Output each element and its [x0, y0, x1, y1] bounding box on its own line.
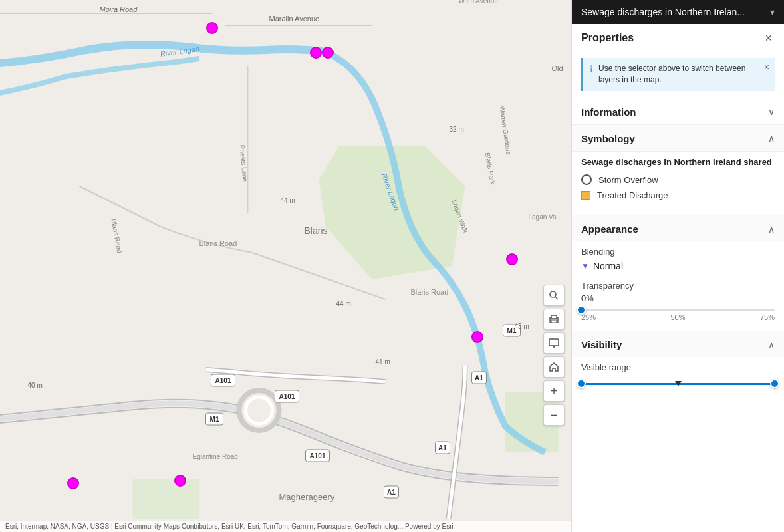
svg-text:41 m: 41 m: [376, 358, 390, 366]
svg-rect-53: [551, 320, 557, 323]
blending-label: Blending: [581, 247, 775, 257]
map-marker-7[interactable]: [174, 475, 186, 487]
tick-75: 75%: [760, 313, 775, 321]
visibility-title: Visibility: [581, 339, 622, 350]
print-button[interactable]: [543, 309, 565, 330]
home-button[interactable]: [543, 356, 565, 378]
svg-text:A1: A1: [438, 444, 447, 452]
svg-text:A101: A101: [310, 452, 326, 460]
info-tooltip: ℹ Use the selector above to switch betwe…: [581, 58, 775, 91]
svg-text:Blaris Road: Blaris Road: [411, 288, 449, 296]
blending-value: Normal: [593, 261, 623, 271]
blending-arrow-icon: ▼: [581, 261, 589, 271]
map-attribution: Esri, Intermap, NASA, NGA, USGS | Esri C…: [0, 521, 571, 532]
right-panel: Sewage discharges in Northern Irelan... …: [571, 0, 784, 532]
svg-marker-3: [133, 479, 199, 519]
slider-track: [581, 309, 775, 311]
symbology-title: Symbology: [581, 133, 635, 144]
svg-point-9: [246, 397, 273, 424]
visible-range-label: Visible range: [581, 362, 775, 372]
appearance-chevron-icon: ∧: [768, 224, 775, 235]
appearance-content: Blending ▼ Normal Transparency 0% 25% 50…: [572, 241, 784, 331]
symbology-layer-title: Sewage discharges in Northern Ireland sh…: [581, 157, 775, 168]
svg-text:Ward Avenue: Ward Avenue: [459, 0, 499, 5]
info-icon: ℹ: [590, 64, 593, 74]
range-thumb-right[interactable]: [770, 379, 779, 388]
information-title: Information: [581, 106, 636, 118]
svg-text:A1: A1: [387, 489, 396, 496]
tick-25: 25%: [581, 313, 596, 321]
slider-ticks: 25% 50% 75%: [581, 313, 775, 321]
search-button[interactable]: [543, 285, 565, 306]
map-area[interactable]: A101 A101 A101 A1 A1 A1 M1 M1 Moira Road…: [0, 0, 571, 532]
slider-thumb[interactable]: [577, 305, 586, 315]
transparency-value: 0%: [581, 293, 775, 303]
svg-text:32 m: 32 m: [450, 126, 464, 133]
close-tooltip-button[interactable]: ×: [764, 62, 769, 72]
svg-line-50: [555, 297, 558, 299]
treated-discharge-item: Treated Discharge: [581, 190, 775, 200]
appearance-title: Appearance: [581, 223, 638, 235]
storm-overflow-label: Storm Overflow: [598, 175, 658, 185]
monitor-button[interactable]: [543, 332, 565, 354]
treated-discharge-icon: [581, 191, 590, 200]
svg-text:Maralin Avenue: Maralin Avenue: [269, 15, 320, 23]
appearance-section-header[interactable]: Appearance ∧: [572, 215, 784, 241]
svg-text:Blaris Road: Blaris Road: [199, 239, 237, 247]
map-marker-2[interactable]: [310, 47, 322, 59]
treated-discharge-label: Treated Discharge: [597, 190, 668, 200]
range-thumb-left[interactable]: [577, 379, 586, 388]
information-chevron-icon: ∨: [768, 106, 775, 117]
map-marker-5[interactable]: [471, 331, 483, 343]
symbology-content: Sewage discharges in Northern Ireland sh…: [572, 151, 784, 215]
range-slider[interactable]: [581, 378, 775, 391]
symbology-chevron-icon: ∧: [768, 133, 775, 144]
svg-text:M1: M1: [210, 416, 219, 423]
layer-selector[interactable]: Sewage discharges in Northern Irelan... …: [572, 0, 784, 24]
svg-text:44 m: 44 m: [281, 197, 295, 204]
map-marker-4[interactable]: [506, 253, 518, 265]
visibility-content: Visible range: [572, 357, 784, 403]
zoom-in-button[interactable]: +: [543, 380, 565, 402]
panel-scroll[interactable]: ℹ Use the selector above to switch betwe…: [572, 51, 784, 532]
blending-dropdown[interactable]: ▼ Normal: [581, 261, 775, 271]
properties-title: Properties: [581, 32, 634, 44]
svg-text:A101: A101: [279, 393, 295, 400]
svg-text:Blaris: Blaris: [305, 225, 328, 236]
visibility-section-header[interactable]: Visibility ∧: [572, 331, 784, 357]
svg-text:A1: A1: [475, 374, 483, 382]
tooltip-text: Use the selector above to switch between…: [598, 63, 768, 86]
svg-rect-0: [0, 0, 571, 532]
properties-header: Properties ×: [572, 24, 784, 51]
layer-chevron-icon: ▾: [770, 7, 775, 17]
information-section-header[interactable]: Information ∨: [572, 98, 784, 124]
storm-overflow-item: Storm Overflow: [581, 174, 775, 185]
svg-text:43 m: 43 m: [515, 323, 529, 330]
transparency-label: Transparency: [581, 281, 775, 291]
storm-overflow-icon: [581, 174, 592, 185]
svg-text:Moira Road: Moira Road: [100, 5, 138, 13]
map-marker-6[interactable]: [67, 477, 79, 489]
svg-text:44 m: 44 m: [336, 300, 351, 307]
layer-title: Sewage discharges in Northern Irelan...: [581, 7, 765, 17]
svg-text:Lagan Va...: Lagan Va...: [529, 213, 562, 221]
svg-text:40 m: 40 m: [28, 382, 43, 389]
map-marker-3[interactable]: [322, 47, 334, 59]
symbology-section-header[interactable]: Symbology ∧: [572, 124, 784, 151]
map-svg: A101 A101 A101 A1 A1 A1 M1 M1 Moira Road…: [0, 0, 571, 532]
svg-text:Eglantine Road: Eglantine Road: [193, 453, 238, 460]
svg-rect-52: [551, 315, 557, 319]
transparency-slider-container: [581, 309, 775, 311]
close-properties-button[interactable]: ×: [762, 32, 775, 44]
svg-point-49: [550, 291, 556, 297]
zoom-out-button[interactable]: −: [543, 404, 565, 426]
map-marker-1[interactable]: [206, 22, 218, 34]
map-controls: + −: [543, 285, 565, 426]
svg-rect-54: [549, 339, 559, 346]
svg-text:Old: Old: [552, 65, 563, 72]
range-triangle-icon: [675, 381, 682, 386]
tick-50: 50%: [670, 313, 685, 321]
visibility-chevron-icon: ∧: [768, 340, 775, 350]
svg-text:Magherageery: Magherageery: [279, 492, 335, 502]
svg-text:A101: A101: [215, 377, 231, 384]
